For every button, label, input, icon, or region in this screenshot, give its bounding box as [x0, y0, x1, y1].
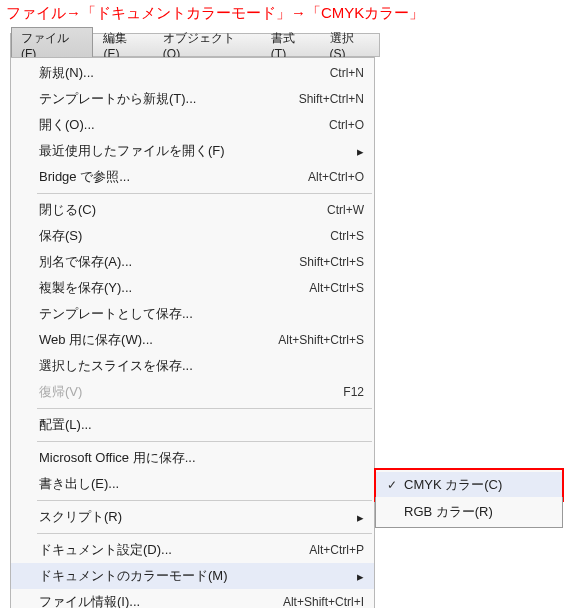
submenu-arrow-icon: ▸: [356, 569, 364, 584]
menu-doc-setup-label: ドキュメント設定(D)...: [39, 541, 244, 559]
menu-export-label: 書き出し(E)...: [39, 475, 244, 493]
menu-revert-label: 復帰(V): [39, 383, 244, 401]
color-mode-submenu-rgb-area: RGB カラー(R): [375, 497, 563, 528]
menubar: ファイル(F) 編集(E) オブジェクト(O) 書式(T) 選択(S): [10, 33, 380, 57]
menu-close-shortcut: Ctrl+W: [244, 203, 364, 217]
menu-save-slice[interactable]: 選択したスライスを保存...: [11, 353, 374, 379]
submenu-rgb[interactable]: RGB カラー(R): [376, 499, 562, 525]
submenu-cmyk[interactable]: ✓ CMYK カラー(C): [376, 472, 562, 498]
separator: [37, 500, 372, 501]
menu-recent-label: 最近使用したファイルを開く(F): [39, 142, 228, 160]
menu-close[interactable]: 閉じる(C) Ctrl+W: [11, 197, 374, 223]
menu-save-label: 保存(S): [39, 227, 244, 245]
menu-save-template-label: テンプレートとして保存...: [39, 305, 244, 323]
menu-script-label: スクリプト(R): [39, 508, 228, 526]
menu-msoffice-label: Microsoft Office 用に保存...: [39, 449, 244, 467]
menu-save-web-label: Web 用に保存(W)...: [39, 331, 244, 349]
separator: [37, 408, 372, 409]
menu-place-label: 配置(L)...: [39, 416, 244, 434]
separator: [37, 441, 372, 442]
menu-doc-setup[interactable]: ドキュメント設定(D)... Alt+Ctrl+P: [11, 537, 374, 563]
submenu-rgb-label: RGB カラー(R): [400, 503, 550, 521]
menu-file-info[interactable]: ファイル情報(I)... Alt+Shift+Ctrl+I: [11, 589, 374, 608]
menu-recent[interactable]: 最近使用したファイルを開く(F) ▸: [11, 138, 374, 164]
menu-new-label: 新規(N)...: [39, 64, 244, 82]
menu-save-web[interactable]: Web 用に保存(W)... Alt+Shift+Ctrl+S: [11, 327, 374, 353]
menu-new-template-shortcut: Shift+Ctrl+N: [244, 92, 364, 106]
menu-color-mode-label: ドキュメントのカラーモード(M): [39, 567, 228, 585]
menu-bridge-label: Bridge で参照...: [39, 168, 244, 186]
menu-place[interactable]: 配置(L)...: [11, 412, 374, 438]
menu-save-copy-label: 複製を保存(Y)...: [39, 279, 244, 297]
menu-save-as-label: 別名で保存(A)...: [39, 253, 244, 271]
menu-open-shortcut: Ctrl+O: [244, 118, 364, 132]
separator: [37, 193, 372, 194]
menu-export[interactable]: 書き出し(E)...: [11, 471, 374, 497]
menu-save-slice-label: 選択したスライスを保存...: [39, 357, 244, 375]
menu-save-copy[interactable]: 複製を保存(Y)... Alt+Ctrl+S: [11, 275, 374, 301]
menu-new-template-label: テンプレートから新規(T)...: [39, 90, 244, 108]
menu-bridge[interactable]: Bridge で参照... Alt+Ctrl+O: [11, 164, 374, 190]
menu-doc-setup-shortcut: Alt+Ctrl+P: [244, 543, 364, 557]
file-menu: 新規(N)... Ctrl+N テンプレートから新規(T)... Shift+C…: [10, 57, 375, 608]
menu-new-template[interactable]: テンプレートから新規(T)... Shift+Ctrl+N: [11, 86, 374, 112]
menu-new-shortcut: Ctrl+N: [244, 66, 364, 80]
menu-new[interactable]: 新規(N)... Ctrl+N: [11, 60, 374, 86]
menu-color-mode[interactable]: ドキュメントのカラーモード(M) ▸: [11, 563, 374, 589]
menu-open[interactable]: 開く(O)... Ctrl+O: [11, 112, 374, 138]
menu-save-template[interactable]: テンプレートとして保存...: [11, 301, 374, 327]
separator: [37, 533, 372, 534]
submenu-arrow-icon: ▸: [356, 510, 364, 525]
menu-bridge-shortcut: Alt+Ctrl+O: [244, 170, 364, 184]
menu-close-label: 閉じる(C): [39, 201, 244, 219]
submenu-arrow-icon: ▸: [356, 144, 364, 159]
submenu-cmyk-label: CMYK カラー(C): [400, 476, 550, 494]
menu-revert: 復帰(V) F12: [11, 379, 374, 405]
menu-save-as[interactable]: 別名で保存(A)... Shift+Ctrl+S: [11, 249, 374, 275]
menu-save-shortcut: Ctrl+S: [244, 229, 364, 243]
menu-save-as-shortcut: Shift+Ctrl+S: [244, 255, 364, 269]
menu-revert-shortcut: F12: [244, 385, 364, 399]
menu-open-label: 開く(O)...: [39, 116, 244, 134]
menu-file-info-shortcut: Alt+Shift+Ctrl+I: [244, 595, 364, 608]
menu-msoffice[interactable]: Microsoft Office 用に保存...: [11, 445, 374, 471]
menu-save-web-shortcut: Alt+Shift+Ctrl+S: [244, 333, 364, 347]
menu-save[interactable]: 保存(S) Ctrl+S: [11, 223, 374, 249]
menu-script[interactable]: スクリプト(R) ▸: [11, 504, 374, 530]
check-icon: ✓: [384, 478, 400, 492]
menu-file-info-label: ファイル情報(I)...: [39, 593, 244, 608]
menu-save-copy-shortcut: Alt+Ctrl+S: [244, 281, 364, 295]
